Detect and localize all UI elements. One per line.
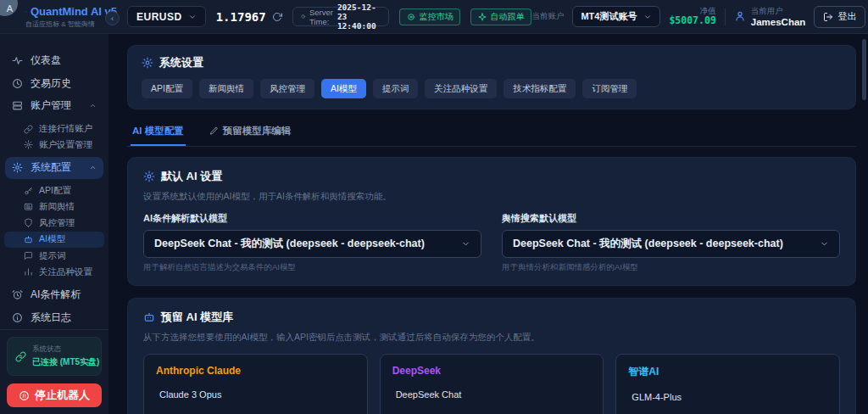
user-block: 当前用户 JamesChan [734, 6, 806, 28]
sidebar-item-news-sentiment[interactable]: 新闻舆情 [0, 199, 108, 215]
logout-icon [823, 12, 833, 22]
model-provider-name: Anthropic Claude [156, 365, 355, 377]
sentiment-model-label: 舆情搜索默认模型 [502, 212, 840, 225]
sidebar-item-ai-parse[interactable]: AI条件解析 [0, 284, 108, 307]
symbol-label: EURUSD [136, 11, 182, 23]
history-icon [12, 78, 23, 89]
tab-news-sentiment[interactable]: 新闻舆情 [199, 79, 253, 98]
monitor-market-label: 监控市场 [419, 11, 453, 23]
person-icon [734, 10, 746, 22]
sidebar-footer: 系统状态 已连接 (MT5实盘) 停止机器人 [0, 329, 108, 414]
sidebar-item-account-settings[interactable]: 账户设置管理 [0, 137, 108, 153]
tab-risk-mgmt[interactable]: 风控管理 [260, 79, 314, 98]
equity-value: $5007.09 [669, 15, 715, 27]
model-subtabs: AI 模型配置 预留模型库编辑 [127, 120, 856, 147]
equity-block: 净值 $5007.09 [669, 6, 715, 27]
subtab-label: AI 模型配置 [132, 125, 184, 137]
default-ai-panel: 默认 AI 设置 设置系统默认使用的AI模型，用于AI条件解析和舆情搜索功能。 … [127, 157, 856, 286]
server-time-badge: Server Time: 2025-12-23 12:40:00 [292, 7, 390, 26]
sidebar-item-system-log[interactable]: 系统日志 [0, 306, 108, 329]
app-logo-icon [25, 5, 26, 19]
sidebar-item-label: 系统配置 [31, 160, 71, 175]
auto-follow-badge[interactable]: 自动跟单 [470, 8, 531, 25]
main-content: 系统设置 API配置 新闻舆情 风控管理 AI模型 提示词 关注品种设置 技术指… [108, 34, 868, 414]
sidebar-item-label: 风控管理 [39, 217, 75, 229]
model-option[interactable]: Claude 3 Opus [156, 389, 355, 400]
link-icon [15, 351, 26, 362]
user-label: 当前用户 [751, 6, 806, 17]
tab-ai-model[interactable]: AI模型 [321, 79, 366, 98]
sparkle-icon [478, 13, 487, 21]
info-icon [12, 312, 23, 323]
system-settings-panel: 系统设置 API配置 新闻舆情 风控管理 AI模型 提示词 关注品种设置 技术指… [127, 45, 856, 109]
sidebar-item-label: 交易历史 [31, 76, 71, 91]
sidebar-item-label: AI模型 [39, 233, 65, 245]
current-price: 1.17967 [216, 10, 266, 24]
stop-robot-button[interactable]: 停止机器人 [7, 383, 102, 407]
subtab-label: 预留模型库编辑 [223, 125, 292, 137]
sidebar-collapse-button[interactable]: ‹ [105, 11, 120, 25]
server-time-label: Server Time: [309, 8, 333, 26]
logout-label: 登出 [837, 10, 856, 23]
divider [725, 8, 726, 25]
sidebar-item-ai-model[interactable]: AI模型 [4, 232, 104, 248]
tab-watch-symbols[interactable]: 关注品种设置 [425, 79, 497, 98]
tab-prompt[interactable]: 提示词 [373, 79, 419, 98]
sentiment-model-value: DeepSeek Chat - 我的测试 (deepseek - deepsee… [513, 237, 820, 251]
sidebar-item-risk-mgmt[interactable]: 风控管理 [0, 215, 108, 231]
settings-tabs: API配置 新闻舆情 风控管理 AI模型 提示词 关注品种设置 技术指标配置 订… [142, 79, 842, 98]
user-name: JamesChan [751, 17, 806, 28]
model-card-zhipu: 智谱AI GLM-4-Plus GLM-4.6 [615, 354, 840, 414]
monitor-market-badge[interactable]: 监控市场 [399, 8, 460, 25]
sidebar-item-watch-symbols[interactable]: 关注品种设置 [0, 264, 108, 280]
chevron-down-icon [188, 13, 197, 21]
sidebar-item-label: 账户设置管理 [39, 139, 92, 151]
model-option[interactable]: DeepSeek Chat [392, 389, 592, 400]
alarm-icon [12, 289, 23, 300]
refresh-icon[interactable] [272, 12, 282, 22]
tab-api-config[interactable]: API配置 [142, 79, 192, 98]
sidebar-item-prompt[interactable]: 提示词 [0, 249, 108, 265]
parse-model-value: DeepSeek Chat - 我的测试 (deepseek - deepsee… [154, 237, 461, 251]
tab-subscription[interactable]: 订阅管理 [582, 79, 637, 98]
model-card-deepseek: DeepSeek DeepSeek Chat DeepSeek Coder [380, 354, 604, 414]
key-icon [24, 187, 33, 196]
sentiment-model-select[interactable]: DeepSeek Chat - 我的测试 (deepseek - deepsee… [502, 230, 840, 258]
sidebar-item-system-config[interactable]: 系统配置 [5, 157, 103, 180]
parse-model-field: AI条件解析默认模型 DeepSeek Chat - 我的测试 (deepsee… [143, 212, 481, 273]
account-value: MT4测试账号 [581, 10, 637, 23]
model-provider-name: 智谱AI [628, 365, 827, 379]
scrollbar[interactable] [862, 39, 866, 100]
stop-robot-label: 停止机器人 [35, 388, 90, 403]
sidebar-item-connect-account[interactable]: 连接行情账户 [0, 121, 108, 137]
chevron-up-icon [89, 102, 97, 109]
subtab-library-edit[interactable]: 预留模型库编辑 [208, 120, 293, 146]
parse-model-select[interactable]: DeepSeek Chat - 我的测试 (deepseek - deepsee… [143, 230, 481, 258]
sidebar-item-trade-history[interactable]: 交易历史 [0, 72, 108, 95]
app-subtitle: 自适应指标 & 智能舆情 [25, 20, 117, 29]
auto-follow-label: 自动跟单 [490, 11, 524, 23]
status-label: 系统状态 [32, 344, 99, 355]
subtab-ai-model-config[interactable]: AI 模型配置 [131, 120, 186, 146]
account-select[interactable]: MT4测试账号 [572, 6, 660, 27]
tab-indicator-config[interactable]: 技术指标配置 [504, 79, 576, 98]
sentiment-model-field: 舆情搜索默认模型 DeepSeek Chat - 我的测试 (deepseek … [502, 212, 840, 273]
chevron-down-icon [643, 13, 652, 21]
server-time-value: 2025-12-23 12:40:00 [337, 3, 381, 31]
sentiment-model-hint: 用于舆情分析和新闻情感分析的AI模型 [502, 262, 840, 273]
default-ai-description: 设置系统默认使用的AI模型，用于AI条件解析和舆情搜索功能。 [143, 191, 840, 203]
symbol-select[interactable]: EURUSD [127, 6, 206, 27]
sidebar-item-dashboard[interactable]: 仪表盘 [0, 49, 108, 72]
sidebar-item-account-mgmt[interactable]: 账户管理 [0, 94, 108, 117]
logout-button[interactable]: 登出 [814, 6, 865, 28]
system-status-box: 系统状态 已连接 (MT5实盘) [7, 337, 102, 376]
robot-icon [24, 235, 33, 244]
sidebar-item-api-config[interactable]: API配置 [0, 183, 108, 199]
account-label: 当前账户 [531, 11, 564, 22]
bar-chart-icon [24, 267, 33, 277]
default-ai-title: 默认 AI 设置 [161, 169, 222, 184]
model-option[interactable]: GLM-4-Plus [628, 392, 827, 402]
sidebar-item-label: 连接行情账户 [39, 123, 92, 135]
settings-title: 系统设置 [159, 55, 203, 70]
sidebar: 仪表盘 交易历史 账户管理 连接行情账户 账户设置管理 系统配置 [0, 34, 108, 414]
